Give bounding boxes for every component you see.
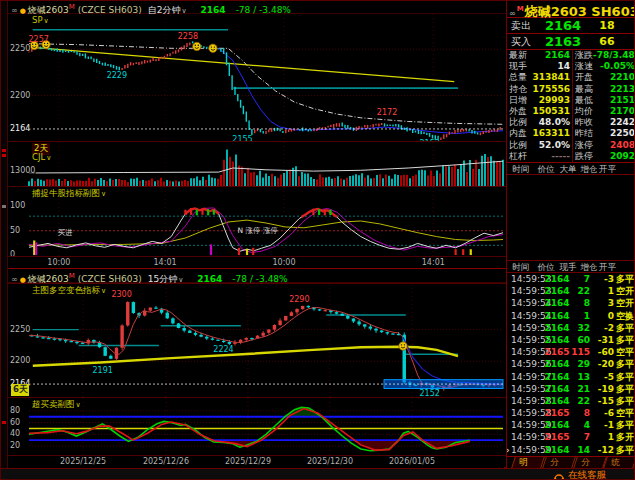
stat-row: 涨跌-78/3.48%: [573, 50, 635, 61]
price-label: 2191: [92, 366, 112, 375]
volume-pane: 2天 CJL∨ 13000: [8, 141, 506, 186]
column-header: 时间: [507, 163, 535, 174]
ask-row[interactable]: 卖出 2164 18: [507, 18, 635, 34]
price-label: 2258: [178, 32, 198, 41]
edge-marker: [2, 421, 6, 424]
date-tick: 2026/01/05: [384, 456, 440, 468]
tab[interactable]: 明细: [511, 457, 544, 468]
quote-title: ∞M烧碱2603 SH603: [507, 1, 635, 18]
stats-grid: 最新2164现手14总量313841持仓175556日增29993外盘15053…: [507, 50, 635, 163]
stat-row: 涨速-0.05%: [573, 61, 635, 72]
column-header: 开平: [599, 163, 616, 174]
tick-list: 14:59:5321647-3多平14:59:532164221空开14:59:…: [507, 273, 635, 456]
price-label: 2229: [107, 71, 127, 80]
main-contract-marker: M: [517, 5, 524, 13]
column-header: 价位: [535, 261, 557, 272]
customer-service-label: 在线客服: [568, 469, 606, 480]
date-tick: 2025/12/30: [302, 456, 358, 468]
stat-row: 昨收2242: [573, 117, 635, 128]
chevron-down-icon: ∨: [101, 287, 106, 295]
column-header: 时间: [507, 261, 535, 272]
stat-row: 开盘2210: [573, 72, 635, 83]
tick-row: 14:59:57216421-19多平: [507, 383, 635, 395]
stat-row: 比例52.0%: [507, 140, 572, 151]
stat-row: 最低2151: [573, 95, 635, 106]
stat-row: 昨结2250: [573, 128, 635, 139]
signal-smiley-icon: [193, 42, 201, 50]
indicator-selector-obos[interactable]: 超买卖副图∨: [32, 399, 81, 411]
date-axis: 2025/12/252025/12/262025/12/292025/12/30…: [8, 455, 506, 467]
chart-annotation: 买进: [57, 228, 72, 238]
column-header: 价位: [535, 163, 557, 174]
stat-row: 现手14: [507, 61, 572, 72]
date-tick: 2025/12/25: [55, 456, 111, 468]
left-edge-strip: [1, 1, 8, 468]
link-icon[interactable]: ∞: [509, 9, 516, 18]
futures-trading-terminal: ∞●烧碱2603M(CZCE SH603)自2分钟∨2164-78 / -3.4…: [0, 0, 635, 480]
tab[interactable]: 统计: [603, 457, 635, 468]
axis-label: 2250: [9, 44, 31, 53]
big-orders-list: [507, 175, 635, 261]
axis-label: 20: [9, 441, 21, 450]
big-orders-header: 时间价位大单增仓开平: [507, 163, 635, 175]
tick-row: 14:59:55216432-2多平: [507, 322, 635, 334]
volume-chart: [8, 142, 506, 186]
stat-row: 外盘150531: [507, 106, 572, 117]
indicator-selector-cjl[interactable]: CJL∨: [32, 152, 51, 162]
stat-row: 均价2170: [573, 106, 635, 117]
tab[interactable]: 分价: [542, 457, 575, 468]
column-header: 增仓: [579, 261, 599, 272]
indicator-selector-sp[interactable]: SP∨: [32, 15, 49, 25]
intraday-chart: [8, 14, 506, 141]
overbought-oversold-pane: 超买卖副图∨ 80604020: [8, 397, 506, 455]
oscillator-pane: 捕捉牛股指标副图∨ 100500买进N 涨停 涨停: [8, 186, 506, 256]
tick-row: 14:59:562165115-60空平: [507, 346, 635, 358]
axis-label: 50: [9, 226, 21, 235]
candlestick-pane: 主图多空变色指标∨ 6天 225022002164230022902191222…: [8, 283, 506, 397]
price-label: 2155: [232, 135, 252, 141]
chevron-down-icon: ∨: [44, 17, 49, 25]
intraday-price-pane: SP∨ 225022002164225722582229215521722152: [8, 14, 506, 141]
stat-row: 最高2213: [573, 84, 635, 95]
tab[interactable]: 分笔: [573, 457, 606, 468]
signal-smiley-icon: [209, 44, 217, 52]
price-label: 2172: [377, 108, 397, 117]
date-tick: 2025/12/26: [138, 456, 194, 468]
tick-row: 14:59:57216413-5多平: [507, 371, 635, 383]
tick-row: 14:59:5821658-6空平: [507, 407, 635, 419]
price-label: 2152: [420, 139, 440, 141]
bid-price: 2163: [537, 34, 589, 49]
stat-row: 日增29993: [507, 95, 572, 106]
tick-row: 14:59:56216429-20多平: [507, 358, 635, 370]
tick-row: 14:59:54216410空换: [507, 310, 635, 322]
bid-qty: 66: [589, 35, 625, 48]
price-label: 2290: [289, 295, 309, 304]
tick-row: 14:59:54216483空开: [507, 297, 635, 309]
indicator-selector-main[interactable]: 主图多空变色指标∨: [32, 285, 106, 297]
top-chart-header: ∞●烧碱2603M(CZCE SH603)自2分钟∨2164-78 / -3.4…: [8, 1, 506, 14]
chevron-down-icon: ∨: [46, 154, 51, 162]
stat-row: 最新2164: [507, 50, 572, 61]
stat-row: 持仓175556: [507, 84, 572, 95]
axis-label: 80: [9, 406, 21, 415]
stat-row: 杠杆-----: [507, 151, 572, 162]
detail-tabs: 明细分价分笔统计: [507, 456, 635, 468]
stat-row: 跌停2092: [573, 151, 635, 162]
tick-row: 14:59:59216571多开: [507, 431, 635, 443]
axis-label: 2200: [9, 356, 31, 365]
date-tick: 2025/12/29: [220, 456, 276, 468]
axis-label: 2200: [9, 91, 31, 100]
ask-price: 2164: [537, 18, 589, 33]
tick-row: 14:59:5921644-1多平: [507, 419, 635, 431]
ask-qty: 18: [589, 19, 625, 32]
stat-row: 涨停2408: [573, 140, 635, 151]
column-header: 开平: [599, 261, 616, 272]
indicator-selector-osc[interactable]: 捕捉牛股指标副图∨: [32, 188, 106, 200]
chart-area: ∞●烧碱2603M(CZCE SH603)自2分钟∨2164-78 / -3.4…: [8, 1, 506, 468]
tick-row: 14:59:58216422-15多平: [507, 395, 635, 407]
range-badge[interactable]: 6天: [11, 384, 29, 396]
axis-label: 100: [9, 201, 26, 210]
customer-service-link[interactable]: 在线客服: [553, 469, 606, 480]
chevron-down-icon: ∨: [76, 401, 81, 409]
bid-row[interactable]: 买入 2163 66: [507, 34, 635, 50]
